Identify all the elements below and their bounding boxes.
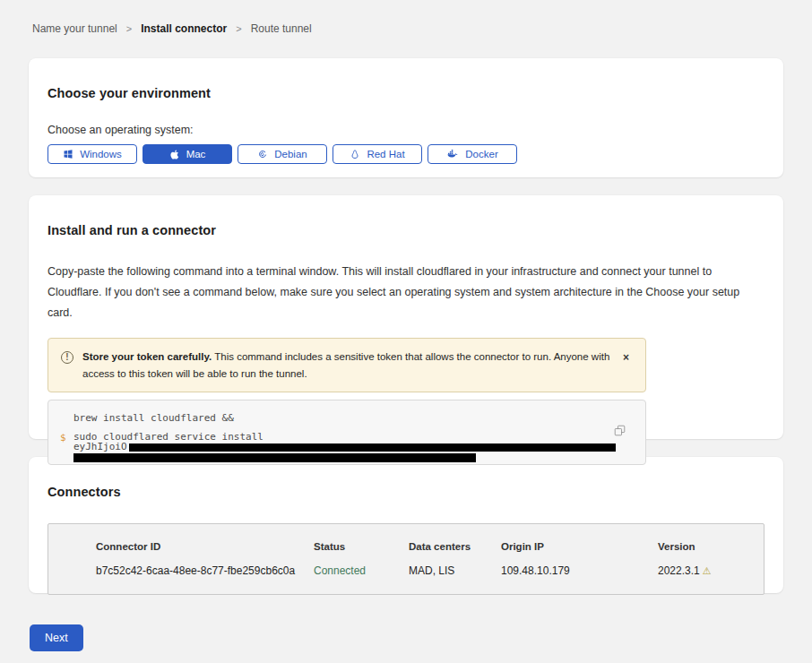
version-number: 2022.3.1 — [658, 564, 700, 577]
column-header-version: Version — [658, 541, 764, 552]
copy-icon[interactable] — [614, 425, 626, 436]
column-header-data-centers: Data centers — [409, 541, 501, 552]
code-line-sudo: $ sudo cloudflared service install eyJhI… — [60, 432, 633, 462]
data-centers-value: MAD, LIS — [409, 564, 501, 577]
token-warning-text: Store your token carefully. This command… — [82, 349, 623, 382]
table-row: b7c52c42-6caa-48ee-8c77-fbe259cb6c0a Con… — [96, 564, 764, 577]
token-warning-banner: ! Store your token carefully. This comma… — [48, 338, 646, 392]
breadcrumb-install-connector[interactable]: Install connector — [141, 22, 227, 35]
version-value: 2022.3.1⚠ — [658, 564, 764, 577]
docker-icon — [446, 149, 459, 159]
next-button[interactable]: Next — [30, 624, 83, 651]
windows-icon — [63, 149, 73, 159]
code-command-text: sudo cloudflared service install eyJhIjo… — [73, 432, 616, 462]
column-header-origin-ip: Origin IP — [501, 541, 658, 552]
os-button-docker[interactable]: Docker — [428, 144, 517, 164]
os-button-label: Debian — [274, 149, 307, 159]
token-redaction-bar — [129, 443, 616, 452]
redhat-icon — [350, 149, 360, 160]
column-header-connector-id: Connector ID — [96, 541, 314, 552]
connectors-card: Connectors Connector ID Status Data cent… — [29, 457, 783, 593]
choose-environment-title: Choose your environment — [48, 86, 764, 100]
connectors-table-header: Connector ID Status Data centers Origin … — [96, 541, 764, 552]
close-icon[interactable]: × — [623, 352, 629, 363]
breadcrumb-name-your-tunnel[interactable]: Name your tunnel — [32, 22, 117, 35]
token-redaction-bar — [73, 453, 476, 462]
os-button-debian[interactable]: Debian — [238, 144, 327, 164]
os-button-label: Windows — [80, 149, 122, 159]
install-connector-title: Install and run a connector — [48, 223, 764, 237]
os-button-label: Docker — [465, 149, 497, 159]
os-button-windows[interactable]: Windows — [48, 144, 137, 164]
os-button-label: Red Hat — [367, 149, 404, 159]
code-prompt-empty — [60, 413, 73, 423]
code-command-text: brew install cloudflared && — [73, 413, 234, 423]
connectors-title: Connectors — [48, 485, 764, 499]
install-connector-card: Install and run a connector Copy-paste t… — [29, 195, 783, 439]
code-prompt-dollar: $ — [60, 432, 73, 462]
os-button-label: Mac — [186, 149, 206, 159]
alert-circle-icon: ! — [61, 351, 73, 364]
apple-icon — [169, 149, 180, 160]
footer: Next — [30, 624, 783, 651]
code-line-brew: brew install cloudflared && — [60, 413, 633, 423]
breadcrumb-separator: > — [126, 23, 132, 34]
breadcrumb: Name your tunnel > Install connector > R… — [32, 22, 783, 35]
connectors-table: Connector ID Status Data centers Origin … — [48, 523, 764, 595]
debian-icon — [257, 149, 268, 159]
breadcrumb-separator: > — [236, 23, 241, 34]
os-button-redhat[interactable]: Red Hat — [333, 144, 422, 164]
os-button-group: Windows Mac Debian Red Hat — [48, 144, 764, 164]
origin-ip-value: 109.48.10.179 — [501, 564, 658, 577]
breadcrumb-route-tunnel[interactable]: Route tunnel — [251, 22, 312, 35]
install-connector-description: Copy-paste the following command into a … — [48, 262, 764, 323]
os-select-label: Choose an operating system: — [48, 124, 764, 136]
status-badge: Connected — [314, 564, 409, 577]
os-button-mac[interactable]: Mac — [143, 144, 232, 164]
token-prefix: eyJhIjoiO — [73, 441, 127, 452]
install-command-code-block: brew install cloudflared && $ sudo cloud… — [48, 400, 646, 465]
token-warning-title: Store your token carefully. — [82, 351, 212, 362]
warning-triangle-icon: ⚠ — [703, 565, 712, 576]
choose-environment-card: Choose your environment Choose an operat… — [29, 58, 783, 177]
tunnel-setup-page: Name your tunnel > Install connector > R… — [0, 0, 812, 651]
column-header-status: Status — [314, 541, 409, 552]
connector-id-value: b7c52c42-6caa-48ee-8c77-fbe259cb6c0a — [96, 564, 314, 577]
